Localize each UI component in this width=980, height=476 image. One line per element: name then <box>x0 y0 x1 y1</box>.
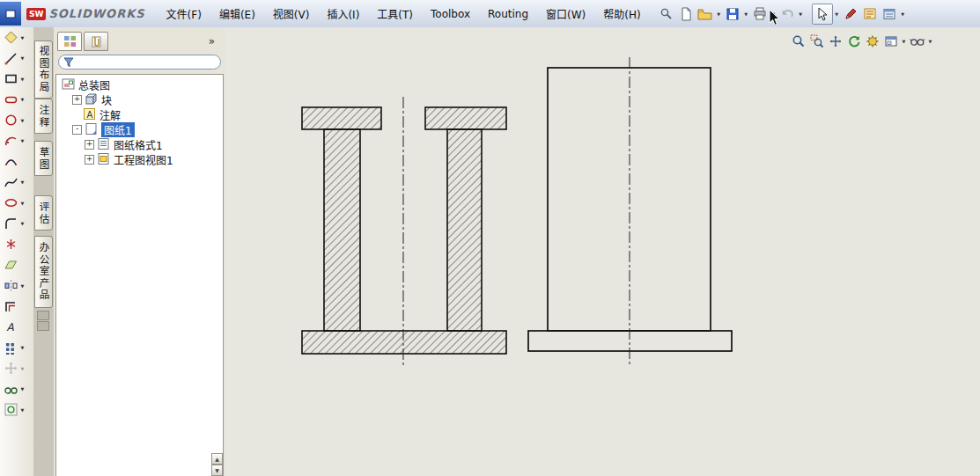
dropdown-icon[interactable]: ▼ <box>18 345 26 350</box>
save-dropdown-icon[interactable]: ▼ <box>742 11 750 17</box>
scroll-up-icon[interactable]: ▲ <box>211 453 223 465</box>
tab-sketch[interactable]: 草图 <box>34 141 53 176</box>
repair-sketch-icon[interactable]: ▼ <box>0 399 33 421</box>
menu-window[interactable]: 窗口(W) <box>537 3 594 25</box>
filter-funnel-icon <box>63 57 74 68</box>
undo-dropdown-icon[interactable]: ▼ <box>797 11 805 17</box>
dropdown-icon[interactable]: ▼ <box>18 97 26 102</box>
panel-overflow-chevron[interactable]: » <box>209 35 215 48</box>
dropdown-icon[interactable]: ▼ <box>18 179 26 185</box>
collapse-icon[interactable]: - <box>72 125 82 135</box>
expand-icon[interactable]: + <box>85 155 94 165</box>
dropdown-icon[interactable]: ▼ <box>18 201 26 206</box>
tab-annotation[interactable]: 注释 <box>34 99 53 134</box>
tab-view-layout[interactable]: 视图布局 <box>34 40 53 99</box>
collapsed-tab-icon[interactable] <box>37 311 49 320</box>
menu-toolbox[interactable]: Toolbox <box>422 4 479 24</box>
slot-icon[interactable]: ▼ <box>0 90 33 111</box>
menu-edit[interactable]: 编辑(E) <box>210 3 264 25</box>
tree-row-sheet-format[interactable]: + 图纸格式1 <box>56 137 223 152</box>
display-style-dropdown-icon[interactable]: ▼ <box>926 39 934 44</box>
tree-row-block[interactable]: + 块 <box>56 92 223 107</box>
propertymanager-tab[interactable] <box>84 32 108 51</box>
view-palette-icon[interactable] <box>881 32 900 50</box>
expand-icon[interactable]: + <box>72 95 82 105</box>
zoom-area-icon[interactable] <box>807 32 826 50</box>
dropdown-icon[interactable]: ▼ <box>18 386 26 392</box>
arc-icon[interactable]: ▼ <box>0 131 33 152</box>
tree-row-drawing-view[interactable]: + 工程图视图1 <box>56 152 223 167</box>
centerlines <box>403 57 630 367</box>
line-icon[interactable]: ▼ <box>0 48 33 70</box>
menu-insert[interactable]: 插入(I) <box>318 3 368 25</box>
print-icon[interactable] <box>750 4 770 24</box>
tree-row-sheet[interactable]: - 图纸1 <box>56 122 223 137</box>
tree-row-root[interactable]: 总装图 <box>56 77 223 92</box>
open-icon[interactable] <box>696 4 715 24</box>
sheet-format-icon[interactable] <box>860 4 880 24</box>
window-system-icon[interactable] <box>0 2 21 26</box>
panel-scrollbar[interactable]: ▲ ▼ <box>211 453 223 476</box>
menu-tools[interactable]: 工具(T) <box>368 3 422 25</box>
fillet-icon[interactable]: ▼ <box>0 214 33 235</box>
expand-icon[interactable]: + <box>85 140 94 150</box>
view-palette-dropdown-icon[interactable]: ▼ <box>900 39 908 44</box>
menu-file[interactable]: 文件(F) <box>158 3 210 25</box>
graphics-area[interactable]: ▼ ▼ <box>225 27 980 476</box>
zoom-fit-icon[interactable] <box>789 32 807 50</box>
menu-view[interactable]: 视图(V) <box>264 3 319 25</box>
mirror-entities-icon[interactable]: ▼ <box>0 275 33 297</box>
tree-label: 工程图视图1 <box>114 152 173 167</box>
update-sheet-icon[interactable] <box>863 32 881 50</box>
featuremanager-tree-tab[interactable] <box>57 32 82 51</box>
dropdown-icon[interactable]: ▼ <box>18 138 26 143</box>
dropdown-icon[interactable]: ▼ <box>18 407 26 413</box>
search-icon[interactable] <box>657 4 676 24</box>
dropdown-icon[interactable]: ▼ <box>18 55 26 61</box>
select-tool-icon[interactable] <box>812 4 833 25</box>
dropdown-icon[interactable]: ▼ <box>18 221 26 226</box>
ellipse-icon[interactable]: ▼ <box>0 193 33 214</box>
offset-entities-icon[interactable] <box>0 297 33 318</box>
point-icon[interactable] <box>0 234 33 255</box>
save-icon[interactable] <box>723 4 742 24</box>
options-dropdown-icon[interactable]: ▼ <box>899 11 907 17</box>
pan-icon[interactable] <box>826 32 844 50</box>
display-relations-icon[interactable]: ▼ <box>0 379 33 400</box>
menu-routing[interactable]: Routing <box>479 4 537 24</box>
redraw-icon[interactable] <box>844 32 863 50</box>
new-document-icon[interactable] <box>676 4 696 24</box>
convert-entities-icon[interactable] <box>0 255 33 276</box>
three-point-arc-icon[interactable] <box>0 151 33 172</box>
dropdown-icon[interactable]: ▼ <box>18 118 26 123</box>
open-dropdown-icon[interactable]: ▼ <box>715 11 723 17</box>
collapsed-tab-icon[interactable] <box>37 321 49 331</box>
sketch-pen-icon[interactable] <box>841 4 860 24</box>
circle-icon[interactable]: ▼ <box>0 110 33 131</box>
tree-row-annotations[interactable]: A 注解 <box>56 107 223 122</box>
tab-office-products[interactable]: 办公室产品 <box>34 236 53 308</box>
filter-input[interactable] <box>74 56 220 69</box>
drawing-sheet[interactable] <box>225 27 980 476</box>
sketch-text-icon[interactable]: A <box>0 317 33 338</box>
dropdown-icon[interactable]: ▼ <box>18 366 26 371</box>
options-list-icon[interactable] <box>880 4 899 24</box>
tree-label-selected: 图纸1 <box>101 122 135 137</box>
filter-box[interactable] <box>58 55 221 70</box>
dropdown-icon[interactable]: ▼ <box>18 77 26 82</box>
spline-icon[interactable]: ▼ <box>0 172 33 194</box>
menu-help[interactable]: 帮助(H) <box>594 3 649 25</box>
smart-dimension-icon[interactable]: ▼ <box>0 27 33 48</box>
linear-pattern-icon[interactable]: ▼ <box>0 338 33 359</box>
display-style-icon[interactable] <box>908 32 926 50</box>
commandmanager-tab-strip: 视图布局 注释 草图 评估 办公室产品 <box>33 27 55 476</box>
dropdown-icon[interactable]: ▼ <box>18 283 26 289</box>
scroll-down-icon[interactable]: ▼ <box>211 465 223 476</box>
sheet-icon <box>85 122 98 138</box>
rectangle-icon[interactable]: ▼ <box>0 69 33 90</box>
move-entities-icon[interactable]: ▼ <box>0 358 33 379</box>
tab-evaluate[interactable]: 评估 <box>34 195 53 231</box>
dropdown-icon[interactable]: ▼ <box>18 35 26 40</box>
app-logo-text: SOLIDWORKS <box>48 7 144 20</box>
select-tool-dropdown-icon[interactable]: ▼ <box>833 11 841 17</box>
